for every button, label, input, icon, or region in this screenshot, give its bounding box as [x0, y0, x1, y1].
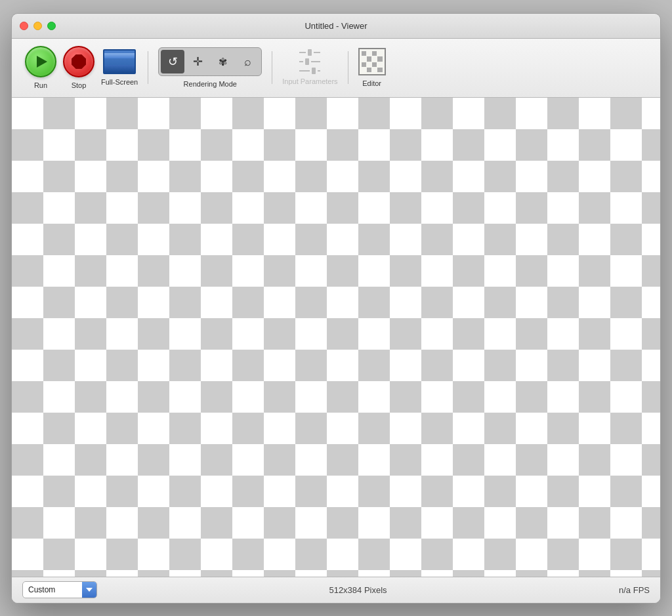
- window-title: Untitled - Viewer: [304, 21, 367, 31]
- run-label: Run: [34, 81, 47, 89]
- main-window: Untitled - Viewer Run Stop: [11, 13, 661, 604]
- titlebar: Untitled - Viewer: [12, 14, 660, 39]
- editor-tool-item[interactable]: Editor: [358, 48, 386, 87]
- bug-icon: ✾: [219, 56, 227, 68]
- slider-handle-3: [312, 68, 316, 74]
- bug-render-button[interactable]: ✾: [211, 50, 234, 73]
- slider-row-3: [299, 68, 320, 74]
- slider-handle-2: [305, 58, 309, 65]
- minimize-button[interactable]: [33, 22, 42, 30]
- input-parameters-tool-item: Input Parameters: [282, 50, 337, 85]
- play-triangle-icon: [37, 56, 47, 68]
- rendering-mode-buttons: ↺ ✛ ✾ ⌕: [158, 47, 262, 76]
- slider-line-3: [299, 61, 303, 62]
- search-render-button[interactable]: ⌕: [236, 50, 259, 73]
- checkerboard-pattern: [12, 98, 660, 577]
- canvas-area: [12, 98, 660, 577]
- stop-button-icon[interactable]: [63, 46, 94, 77]
- slider-handle-1: [308, 49, 312, 56]
- slider-line-6: [318, 70, 321, 72]
- fullscreen-icon[interactable]: [103, 49, 136, 74]
- fps-status: n/a FPS: [619, 585, 650, 595]
- run-circle: [25, 46, 56, 77]
- slider-line-2: [314, 52, 320, 53]
- search-icon: ⌕: [244, 55, 251, 69]
- sliders-icon: [297, 50, 323, 73]
- editor-icon[interactable]: [358, 48, 386, 75]
- editor-icon-box: [358, 48, 386, 75]
- toolbar-separator-1: [148, 51, 148, 84]
- editor-label: Editor: [362, 79, 381, 87]
- fullscreen-tool-item[interactable]: Full-Screen: [101, 49, 138, 86]
- stop-circle: [63, 46, 94, 77]
- custom-select[interactable]: Custom: [22, 581, 97, 598]
- slider-line-5: [299, 70, 309, 72]
- fullscreen-icon-box: [103, 49, 136, 74]
- crosshair-icon: ✛: [193, 54, 203, 69]
- rendering-mode-group: ↺ ✛ ✾ ⌕ Rendering Mode: [158, 47, 262, 88]
- statusbar: Custom 512x384 Pixels n/a FPS: [12, 577, 660, 603]
- refresh-render-button[interactable]: ↺: [161, 50, 184, 73]
- custom-select-dropdown-button[interactable]: [82, 581, 96, 598]
- run-button-icon[interactable]: [25, 46, 56, 77]
- run-tool-item[interactable]: Run: [25, 46, 56, 89]
- input-parameters-label: Input Parameters: [282, 77, 337, 85]
- input-parameters-icon: [297, 50, 323, 73]
- refresh-icon: ↺: [168, 54, 178, 69]
- slider-row-2: [299, 58, 320, 65]
- fullscreen-label: Full-Screen: [101, 78, 138, 86]
- toolbar: Run Stop Full-Screen ↺: [12, 39, 660, 98]
- stop-label: Stop: [72, 81, 87, 89]
- toolbar-separator-3: [348, 51, 348, 84]
- stop-octagon-icon: [72, 54, 86, 69]
- slider-row-1: [299, 49, 320, 56]
- chevron-down-icon: [86, 588, 93, 592]
- slider-line-1: [299, 52, 306, 53]
- close-button[interactable]: [20, 22, 28, 30]
- custom-select-value: Custom: [23, 581, 82, 598]
- crosshair-render-button[interactable]: ✛: [186, 50, 209, 73]
- maximize-button[interactable]: [47, 22, 56, 30]
- rendering-mode-label: Rendering Mode: [184, 80, 237, 88]
- traffic-lights: [20, 22, 56, 30]
- slider-line-4: [311, 61, 320, 62]
- dimensions-status: 512x384 Pixels: [104, 585, 612, 595]
- stop-tool-item[interactable]: Stop: [63, 46, 94, 89]
- toolbar-separator-2: [272, 51, 272, 84]
